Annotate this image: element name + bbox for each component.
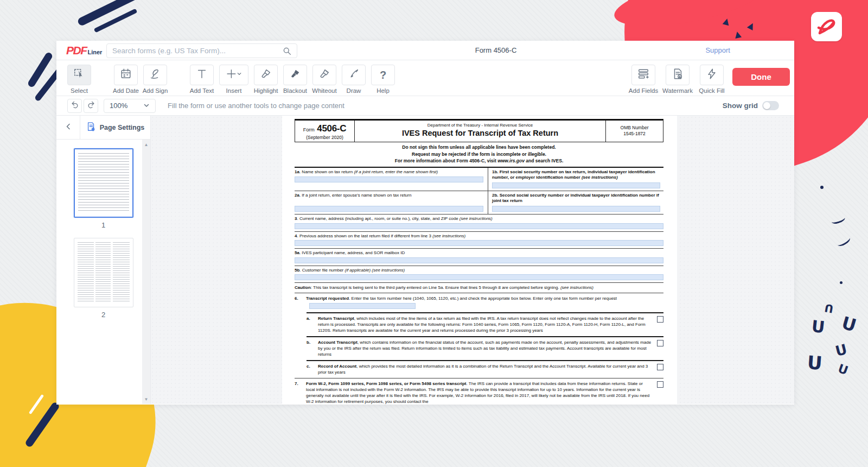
form-4506c-page: Form 4506-C (September 2020) Department … [282,116,677,404]
pdfliner-logo[interactable]: PDF Liner [66,45,102,56]
blackout-label: Blackout [283,87,307,94]
dot-decoration [840,281,843,284]
pages-sidebar: Page Settings 1 2 ▲ ▼ [56,116,151,404]
done-button[interactable]: Done [732,68,790,86]
omb-label: OMB Number [607,125,662,131]
help-label: Help [376,87,390,94]
whiteout-button[interactable]: Whiteout [312,65,336,94]
form-word: Form [303,127,315,132]
toolbar: Select Add Date Add Sign [56,60,794,96]
line-5b-input[interactable] [295,274,663,280]
show-grid-label: Show grid [723,102,758,110]
line-4-label: 4. Previous address shown on the last re… [295,234,663,239]
add-text-button[interactable]: Add Text [190,65,214,94]
account-transcript-checkbox[interactable] [657,340,663,346]
sidebar-scrollbar[interactable]: ▲ ▼ [142,140,150,404]
omb-number: 1545-1872 [607,131,662,137]
line-3-input[interactable] [295,223,663,229]
page-1-preview [78,153,129,213]
page-thumbnail-2[interactable]: 2 [74,238,133,319]
select-tool-button[interactable]: Select [67,65,91,94]
spot-decoration: U [839,312,858,336]
select-cursor-icon [73,68,85,82]
acrobat-swirl-icon [816,16,838,37]
return-transcript-checkbox[interactable] [657,316,663,323]
line-1a-label: 1a. Name shown on tax return (if a joint… [295,169,483,175]
line-5a-input[interactable] [295,257,663,263]
item-b-marker: b. [307,339,318,357]
line-3-label: 3. Current name, address (including apt.… [295,216,663,222]
chevron-left-icon [65,123,72,132]
scroll-up-icon[interactable]: ▲ [142,141,150,148]
watermark-icon [672,68,684,82]
line-4-input[interactable] [295,240,663,246]
line-1b-input[interactable] [492,182,660,188]
highlight-button[interactable]: Highlight [254,65,278,94]
item-a-marker: a. [307,315,318,333]
form-row-2: 2a. If a joint return, enter spouse's na… [295,191,663,215]
insert-button[interactable]: Insert [219,65,248,94]
draw-brush-icon [348,68,360,82]
quick-fill-button[interactable]: Quick Fill [700,65,724,94]
add-sign-label: Add Sign [143,87,168,94]
logo-liner-text: Liner [88,49,103,55]
record-of-account-checkbox[interactable] [657,364,663,370]
add-fields-icon [637,68,649,82]
scroll-down-icon[interactable]: ▼ [142,395,150,403]
help-icon: ? [380,69,386,81]
add-date-button[interactable]: Add Date [114,65,138,94]
line-2a-label: 2a. If a joint return, enter spouse's na… [295,193,483,199]
undo-button[interactable] [67,99,82,113]
pdfliner-app-panel: PDF Liner Form 4506-C Support Select [56,41,794,405]
redo-button[interactable] [84,99,98,113]
watermark-button[interactable]: Watermark [666,65,690,94]
zoom-level-value: 100% [110,102,143,110]
search-icon[interactable] [283,47,291,55]
chevron-down-icon [143,101,150,111]
form-title: IVES Request for Transcript of Tax Retur… [358,129,602,137]
redo-icon [87,100,95,111]
help-button[interactable]: ? Help [371,65,395,94]
logo-pdf-text: PDF [66,45,87,56]
form-line-6: 6. Transcript requested. Enter the tax f… [295,293,663,312]
spot-decoration: U [824,301,834,315]
calendar-icon [120,68,132,82]
page-number: 1 [74,221,133,229]
line-2a-input[interactable] [295,206,483,212]
show-grid-toggle[interactable] [762,101,779,110]
zoom-level-dropdown[interactable]: 100% [104,99,156,113]
document-title: Form 4506-C [431,46,561,54]
draw-button[interactable]: Draw [342,65,366,94]
item-b-text: Account Transcript, which contains infor… [318,339,652,357]
form-notices: Do not sign this form unless all applica… [295,142,663,168]
spot-decoration: U [810,317,826,337]
blackout-brush-icon [289,68,301,82]
form-number: 4506-C [317,123,346,134]
form-item-c: c. Record of Account, which provides the… [307,360,663,378]
blackout-button[interactable]: Blackout [283,65,307,94]
collapse-sidebar-button[interactable] [56,116,80,139]
line-6-label: Transcript requested. Enter the tax form… [306,296,617,301]
toolbar-right-group: Add Fields Watermark [631,65,724,94]
support-link[interactable]: Support [705,46,730,54]
spot-decoration: U [807,351,823,374]
search-input[interactable] [107,47,283,55]
line-2b-input[interactable] [492,206,660,212]
line-7-number: 7. [295,381,306,404]
add-fields-button[interactable]: Add Fields [631,65,655,94]
select-label: Select [71,87,88,94]
line-1a-input[interactable] [295,176,483,182]
form-line-7: 7. Form W-2, Form 1099 series, Form 1098… [295,378,663,404]
form-w2-checkbox[interactable] [657,381,663,388]
item-c-marker: c. [307,363,318,375]
line-6-input[interactable] [309,303,416,309]
form-line-5a: 5a. IVES participant name, address, and … [295,249,663,266]
form-line-4: 4. Previous address shown on the last re… [295,232,663,249]
notice-line: For more information about Form 4506-C, … [295,157,663,165]
form-revision: (September 2020) [296,135,353,140]
page-settings-button[interactable]: Page Settings [80,116,150,139]
form-item-a: a. Return Transcript, which includes mos… [307,312,663,336]
lightning-icon [706,68,718,82]
add-sign-button[interactable]: Add Sign [143,65,167,94]
page-thumbnail-1[interactable]: 1 [74,148,133,229]
